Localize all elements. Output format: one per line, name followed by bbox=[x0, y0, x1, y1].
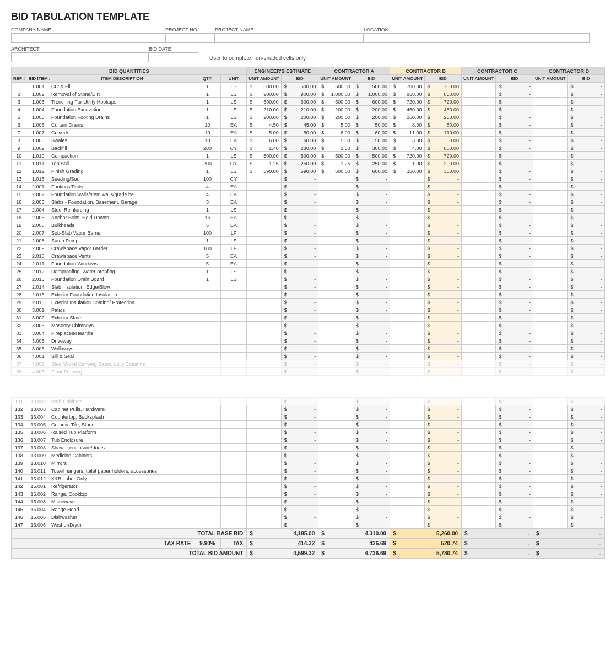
cell-a-ua[interactable] bbox=[318, 521, 353, 529]
cell-item[interactable]: 13.009 bbox=[26, 452, 50, 459]
cell-d-ua[interactable] bbox=[533, 175, 567, 183]
cell-unit[interactable] bbox=[220, 513, 247, 521]
cell-unit[interactable] bbox=[220, 483, 247, 490]
cell-ref[interactable]: 33 bbox=[12, 329, 26, 337]
cell-c-ua[interactable] bbox=[462, 229, 496, 237]
cell-c-ua[interactable] bbox=[462, 113, 496, 121]
cell-ref[interactable]: 29 bbox=[12, 299, 26, 306]
cell-item[interactable]: 15.006 bbox=[26, 521, 50, 529]
cell-item[interactable]: 15.004 bbox=[26, 506, 50, 513]
cell-unit[interactable]: LS bbox=[220, 106, 247, 113]
cell-item[interactable]: 2.012 bbox=[26, 268, 50, 275]
cell-item[interactable]: 13.012 bbox=[26, 475, 50, 483]
cell-d-ua[interactable] bbox=[533, 475, 567, 483]
cell-b-ua[interactable] bbox=[390, 360, 424, 368]
cell-a-ua[interactable]: $1.25 bbox=[318, 160, 353, 167]
cell-b-ua[interactable]: $3.00 bbox=[390, 137, 424, 144]
cell-ref[interactable]: 140 bbox=[12, 467, 26, 475]
cell-a-ua[interactable] bbox=[318, 260, 353, 268]
cell-d-ua[interactable] bbox=[533, 322, 567, 329]
location-input[interactable] bbox=[364, 33, 590, 43]
cell-d-ua[interactable] bbox=[533, 229, 567, 237]
cell-ee-ua[interactable]: $500.00 bbox=[247, 83, 281, 90]
cell-unit[interactable]: EA bbox=[220, 191, 247, 198]
cell-ref[interactable]: 36 bbox=[12, 353, 26, 360]
cell-a-ua[interactable] bbox=[318, 299, 353, 306]
cell-item[interactable]: 2.005 bbox=[26, 214, 50, 221]
cell-d-ua[interactable] bbox=[533, 413, 567, 421]
cell-qty[interactable]: 16 bbox=[194, 214, 220, 221]
cell-d-ua[interactable] bbox=[533, 83, 567, 90]
cell-b-ua[interactable]: $250.00 bbox=[390, 113, 424, 121]
cell-qty[interactable]: 1 bbox=[194, 275, 220, 283]
cell-ref[interactable]: 145 bbox=[12, 506, 26, 513]
cell-ee-ua[interactable] bbox=[247, 360, 281, 368]
cell-c-ua[interactable] bbox=[462, 405, 496, 413]
cell-a-ua[interactable] bbox=[318, 252, 353, 260]
cell-c-ua[interactable] bbox=[462, 459, 496, 467]
cell-c-ua[interactable] bbox=[462, 521, 496, 529]
cell-a-ua[interactable] bbox=[318, 360, 353, 368]
cell-desc[interactable]: Seeding/Sod bbox=[50, 175, 194, 183]
cell-d-ua[interactable] bbox=[533, 106, 567, 113]
cell-a-ua[interactable] bbox=[318, 175, 353, 183]
cell-item[interactable]: 13.006 bbox=[26, 429, 50, 436]
cell-ee-ua[interactable]: $900.00 bbox=[247, 90, 281, 98]
cell-item[interactable]: 13.003 bbox=[26, 405, 50, 413]
cell-item[interactable]: 1.012 bbox=[26, 167, 50, 175]
cell-ee-ua[interactable]: $1.40 bbox=[247, 144, 281, 152]
cell-unit[interactable] bbox=[220, 283, 247, 291]
cell-item[interactable]: 1.004 bbox=[26, 106, 50, 113]
cell-b-ua[interactable] bbox=[390, 306, 424, 314]
cell-c-ua[interactable] bbox=[462, 237, 496, 245]
cell-desc[interactable]: Removal of Stone/Dirt bbox=[50, 90, 194, 98]
cell-desc[interactable]: Slabs - Foundation, Basement, Garage bbox=[50, 198, 194, 206]
cell-b-ua[interactable] bbox=[390, 506, 424, 513]
cell-item[interactable]: 2.011 bbox=[26, 260, 50, 268]
cell-d-ua[interactable] bbox=[533, 513, 567, 521]
cell-desc[interactable]: Culverts bbox=[50, 129, 194, 137]
cell-ref[interactable]: 10 bbox=[12, 152, 26, 160]
cell-b-ua[interactable] bbox=[390, 291, 424, 299]
cell-d-ua[interactable] bbox=[533, 353, 567, 360]
cell-item[interactable]: 1.001 bbox=[26, 83, 50, 90]
cell-ref[interactable]: 131 bbox=[12, 398, 26, 405]
cell-d-ua[interactable] bbox=[533, 405, 567, 413]
cell-unit[interactable] bbox=[220, 421, 247, 429]
cell-a-ua[interactable]: $5.00 bbox=[318, 137, 353, 144]
cell-a-ua[interactable] bbox=[318, 221, 353, 229]
cell-desc[interactable]: Crawlspace Vapor Barrier bbox=[50, 245, 194, 252]
cell-qty[interactable]: 10 bbox=[194, 121, 220, 129]
cell-unit[interactable]: LS bbox=[220, 206, 247, 214]
cell-a-ua[interactable]: $500.00 bbox=[318, 152, 353, 160]
cell-desc[interactable]: Range Hood bbox=[50, 506, 194, 513]
cell-desc[interactable]: Driveway bbox=[50, 337, 194, 345]
cell-d-ua[interactable] bbox=[533, 268, 567, 275]
cell-unit[interactable] bbox=[220, 345, 247, 353]
cell-unit[interactable] bbox=[220, 291, 247, 299]
cell-ref[interactable]: 25 bbox=[12, 268, 26, 275]
cell-c-ua[interactable] bbox=[462, 398, 496, 405]
cell-desc[interactable]: Anchor Bolts, Hold Downs bbox=[50, 214, 194, 221]
cell-d-ua[interactable] bbox=[533, 436, 567, 444]
cell-desc[interactable]: Microwave bbox=[50, 498, 194, 506]
cell-a-ua[interactable] bbox=[318, 513, 353, 521]
cell-unit[interactable]: CY bbox=[220, 160, 247, 167]
cell-ref[interactable]: 3 bbox=[12, 98, 26, 106]
cell-ee-ua[interactable] bbox=[247, 398, 281, 405]
cell-b-ua[interactable] bbox=[390, 398, 424, 405]
cell-d-ua[interactable] bbox=[533, 183, 567, 191]
cell-unit[interactable]: EA bbox=[220, 221, 247, 229]
cell-c-ua[interactable] bbox=[462, 421, 496, 429]
cell-qty[interactable]: 1 bbox=[194, 268, 220, 275]
cell-b-ua[interactable]: $720.00 bbox=[390, 98, 424, 106]
cell-c-ua[interactable] bbox=[462, 329, 496, 337]
cell-b-ua[interactable] bbox=[390, 413, 424, 421]
cell-c-ua[interactable] bbox=[462, 183, 496, 191]
cell-desc[interactable]: Ceramic Tile, Stone bbox=[50, 421, 194, 429]
cell-ref[interactable]: 32 bbox=[12, 322, 26, 329]
cell-unit[interactable] bbox=[220, 475, 247, 483]
cell-desc[interactable]: Bath Cabinets bbox=[50, 398, 194, 405]
cell-c-ua[interactable] bbox=[462, 175, 496, 183]
cell-unit[interactable] bbox=[220, 368, 247, 376]
